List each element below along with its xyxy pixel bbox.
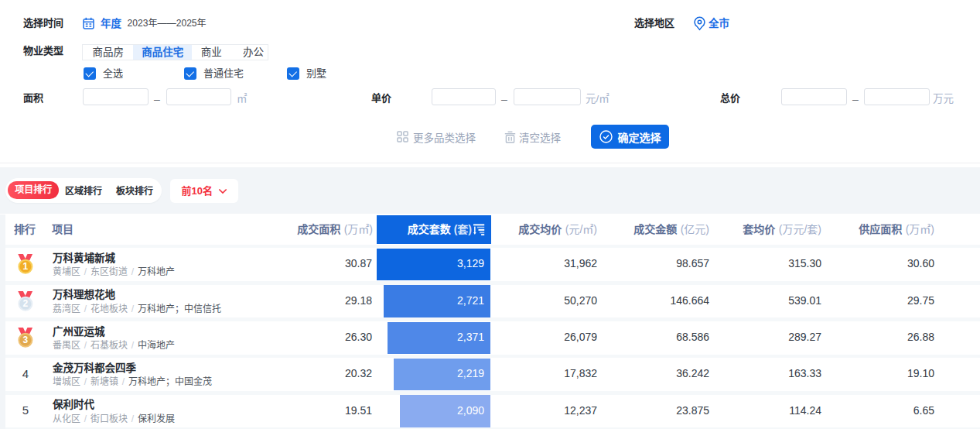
svg-text:1: 1 <box>23 262 29 273</box>
svg-text:2: 2 <box>23 298 29 309</box>
svg-text:3: 3 <box>23 335 29 345</box>
